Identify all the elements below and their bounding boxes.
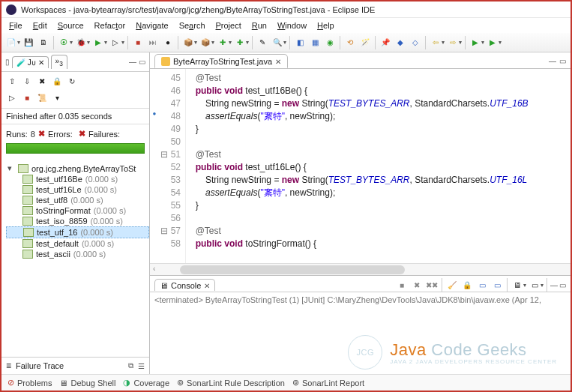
search-icon[interactable]: 🔍 bbox=[271, 36, 284, 49]
new-class-icon[interactable]: 📦 bbox=[199, 36, 212, 49]
tree-test-item[interactable]: toStringFormat (0.000 s) bbox=[6, 205, 149, 216]
junit-toolbar-2: ▷ ■ 📜 ▾ bbox=[1, 90, 149, 108]
tree-test-item[interactable]: test_ascii (0.000 s) bbox=[6, 249, 149, 259]
stop-junit-icon[interactable]: ■ bbox=[21, 91, 33, 103]
menu-help[interactable]: Help bbox=[313, 19, 339, 31]
left-tab-row: ▯ 🧪 Jᴜ ✕ »3 — ▭ bbox=[1, 52, 149, 72]
open-type-icon[interactable]: ✚ bbox=[233, 36, 247, 49]
minimize-view-icon[interactable]: — bbox=[129, 58, 136, 66]
view-menu-icon[interactable]: ▾ bbox=[51, 91, 63, 103]
code-editor[interactable]: ● 454647484950⊟ 515253545556⊟ 5758 @Test… bbox=[150, 69, 571, 263]
line-gutter[interactable]: 454647484950⊟ 515253545556⊟ 5758 bbox=[159, 69, 186, 263]
toggle-block-icon[interactable]: ▦ bbox=[308, 36, 322, 49]
window-title: Workspaces - java-bytearray/src/test/jav… bbox=[21, 5, 375, 14]
editor-maximize-icon[interactable]: ▭ bbox=[559, 57, 566, 65]
console-tab[interactable]: 🖥 Console ✕ bbox=[154, 279, 215, 291]
editor-hscroll[interactable]: ‹ bbox=[150, 263, 571, 275]
tab-debug-shell[interactable]: 🖥Debug Shell bbox=[59, 379, 115, 388]
editor-tab[interactable]: ByteArrayToStringTest.java ✕ bbox=[154, 54, 288, 68]
history-icon[interactable]: 📜 bbox=[36, 91, 48, 103]
run-coverage-icon[interactable]: ⦿ bbox=[57, 36, 70, 49]
new-java-icon[interactable]: ✚ bbox=[216, 36, 229, 49]
sonar-analyze-icon[interactable]: ◇ bbox=[409, 36, 422, 49]
clear-console-icon[interactable]: 🧹 bbox=[445, 278, 459, 292]
wand-icon[interactable]: 🪄 bbox=[358, 36, 372, 49]
menu-run[interactable]: Run bbox=[247, 19, 271, 31]
remove-all-icon[interactable]: ✖✖ bbox=[425, 278, 439, 292]
nav-back-icon[interactable]: ⇦ bbox=[429, 36, 442, 49]
work-area: ▯ 🧪 Jᴜ ✕ »3 — ▭ ⇧ ⇩ ✖ 🔒 ↻ ▷ ■ 📜 ▾ Finish… bbox=[1, 52, 571, 374]
toggle-mark-icon[interactable]: ◧ bbox=[293, 36, 307, 49]
menu-search[interactable]: Search bbox=[175, 19, 210, 31]
show-fail-only-icon[interactable]: ✖ bbox=[36, 75, 48, 87]
scroll-lock-console-icon[interactable]: 🔒 bbox=[460, 278, 474, 292]
console-min-icon[interactable]: — bbox=[550, 281, 558, 289]
breakpoint-toggle-icon[interactable]: ● bbox=[161, 36, 175, 49]
next-fail-icon[interactable]: ⇩ bbox=[21, 75, 33, 87]
tree-test-item[interactable]: test_utf8 (0.000 s) bbox=[6, 195, 149, 205]
menu-window[interactable]: Window bbox=[273, 19, 311, 31]
tree-test-item[interactable]: test_default (0.000 s) bbox=[6, 238, 149, 249]
view-stub-1-icon[interactable]: ▯ bbox=[5, 58, 10, 66]
junit-tab[interactable]: 🧪 Jᴜ ✕ bbox=[12, 56, 49, 68]
tab-sonar-rule[interactable]: ⊚SonarLint Rule Description bbox=[177, 378, 285, 388]
console-view: 🖥 Console ✕ ■ ✖ ✖✖ 🧹 🔒 ▭ ▭ 🖥▾ ▭▾ bbox=[150, 275, 571, 374]
debug-icon[interactable]: 🐞 bbox=[74, 36, 88, 49]
code-area[interactable]: @Test public void test_utf16Be() { Strin… bbox=[186, 69, 571, 263]
tree-test-item[interactable]: test_utf_16 (0.000 s) bbox=[6, 226, 149, 238]
run-last-icon[interactable]: ▷ bbox=[109, 36, 122, 49]
console-max-icon[interactable]: ▭ bbox=[559, 281, 566, 289]
editor-minimize-icon[interactable]: — bbox=[549, 57, 556, 65]
scroll-lock-icon[interactable]: 🔒 bbox=[51, 75, 63, 87]
run3-icon[interactable]: ▶ bbox=[486, 36, 499, 49]
junit-tree[interactable]: ▾ org.jcg.zheng.ByteArrayToSt test_utf16… bbox=[1, 160, 149, 262]
new-icon[interactable]: 📄 bbox=[4, 36, 18, 49]
filter-icon[interactable]: ☰ bbox=[138, 362, 145, 370]
console-tab-bar: 🖥 Console ✕ ■ ✖ ✖✖ 🧹 🔒 ▭ ▭ 🖥▾ ▭▾ bbox=[150, 276, 571, 292]
tree-test-item[interactable]: test_iso_8859 (0.000 s) bbox=[6, 216, 149, 226]
close-tab-icon[interactable]: ✕ bbox=[275, 58, 281, 66]
menu-file[interactable]: File bbox=[4, 19, 27, 31]
run2-icon[interactable]: ▶ bbox=[469, 36, 482, 49]
run-icon[interactable]: ▶ bbox=[91, 36, 105, 49]
new-package-icon[interactable]: 📦 bbox=[181, 36, 195, 49]
show-console-on-out-icon[interactable]: ▭ bbox=[475, 278, 489, 292]
show-console-on-err-icon[interactable]: ▭ bbox=[490, 278, 504, 292]
menu-project[interactable]: Project bbox=[211, 19, 246, 31]
open-task-icon[interactable]: ✎ bbox=[256, 36, 269, 49]
tab-problems[interactable]: ⊘Problems bbox=[7, 378, 52, 388]
scroll-thumb[interactable] bbox=[180, 265, 405, 274]
save-icon[interactable]: 💾 bbox=[22, 36, 35, 49]
menu-source[interactable]: Source bbox=[53, 19, 88, 31]
open-console-icon[interactable]: 🖥 bbox=[511, 278, 524, 292]
refresh-icon[interactable]: ⟲ bbox=[343, 36, 357, 49]
test-pass-icon bbox=[23, 228, 34, 237]
pin-editor-icon[interactable]: ◉ bbox=[323, 36, 337, 49]
console-body[interactable]: <terminated> ByteArrayToStringTest (1) [… bbox=[150, 292, 571, 374]
prev-fail-icon[interactable]: ⇧ bbox=[6, 75, 18, 87]
more-tabs[interactable]: »3 bbox=[51, 55, 67, 69]
stop-icon[interactable]: ■ bbox=[131, 36, 145, 49]
close-console-tab-icon[interactable]: ✕ bbox=[204, 282, 210, 290]
pin-icon[interactable]: 📌 bbox=[379, 36, 392, 49]
test-time: (0.000 s) bbox=[73, 250, 106, 259]
compare-icon[interactable]: ⧉ bbox=[128, 361, 133, 370]
maximize-view-icon[interactable]: ▭ bbox=[139, 58, 145, 66]
rerun-fail-icon[interactable]: ▷ bbox=[6, 91, 18, 103]
display-selected-icon[interactable]: ▭ bbox=[528, 278, 541, 292]
skip-icon[interactable]: ⏭ bbox=[146, 36, 160, 49]
tree-test-item[interactable]: test_utf16Be (0.000 s) bbox=[6, 174, 149, 184]
rerun-icon[interactable]: ↻ bbox=[66, 75, 78, 87]
save-all-icon[interactable]: 🗎 bbox=[37, 36, 50, 49]
tab-coverage[interactable]: ◑Coverage bbox=[123, 378, 169, 388]
menu-navigate[interactable]: Navigate bbox=[131, 19, 172, 31]
remove-launch-icon[interactable]: ✖ bbox=[410, 278, 424, 292]
terminate-relaunch-icon[interactable]: ■ bbox=[395, 278, 409, 292]
tab-sonar-report[interactable]: ⊚SonarLint Report bbox=[292, 378, 364, 388]
menu-refactor[interactable]: Refactor bbox=[90, 19, 130, 31]
tree-suite[interactable]: ▾ org.jcg.zheng.ByteArrayToSt bbox=[6, 163, 149, 174]
tree-test-item[interactable]: test_utf16Le (0.000 s) bbox=[6, 184, 149, 195]
sonar-icon[interactable]: ◆ bbox=[394, 36, 407, 49]
menu-edit[interactable]: Edit bbox=[28, 19, 52, 31]
nav-fwd-icon[interactable]: ⇨ bbox=[446, 36, 460, 49]
